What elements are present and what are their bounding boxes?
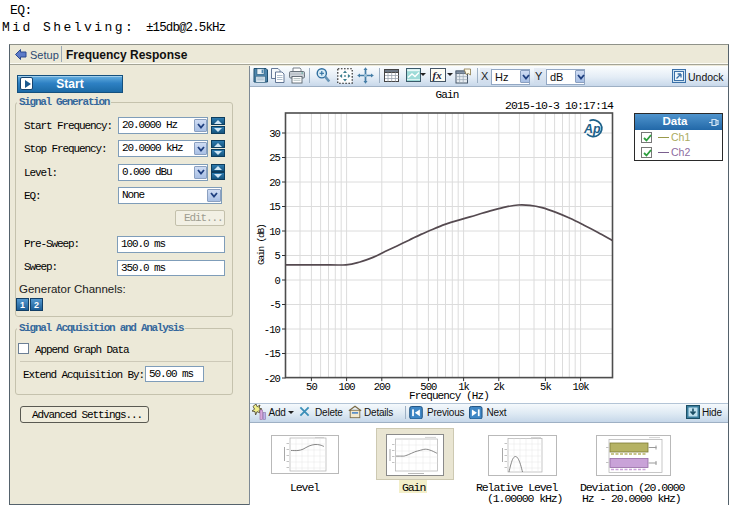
svg-text:Gain: Gain (436, 89, 459, 101)
svg-text:10k: 10k (572, 381, 589, 393)
svg-text:2015-10-3 10:17:14: 2015-10-3 10:17:14 (505, 99, 614, 112)
svg-text:2k: 2k (493, 381, 504, 393)
svg-text:Gain (dB): Gain (dB) (256, 224, 267, 265)
svg-text:-15: -15 (264, 348, 281, 360)
svg-text:5k: 5k (540, 381, 551, 393)
svg-text:Ap: Ap (583, 122, 601, 136)
svg-text:50: 50 (306, 381, 317, 393)
svg-text:25: 25 (269, 152, 280, 164)
svg-text:20: 20 (269, 177, 280, 189)
svg-text:10: 10 (269, 226, 280, 238)
svg-text:-10: -10 (264, 324, 281, 336)
svg-text:5: 5 (275, 250, 281, 262)
svg-text:15: 15 (269, 201, 280, 213)
svg-text:Frequency (Hz): Frequency (Hz) (409, 390, 489, 402)
svg-text:100: 100 (338, 381, 355, 393)
svg-text:30: 30 (269, 128, 280, 140)
svg-text:0: 0 (275, 275, 281, 287)
svg-text:-20: -20 (264, 373, 281, 385)
svg-text:-5: -5 (269, 299, 280, 311)
svg-text:200: 200 (374, 381, 391, 393)
svg-text:fx: fx (433, 69, 443, 81)
